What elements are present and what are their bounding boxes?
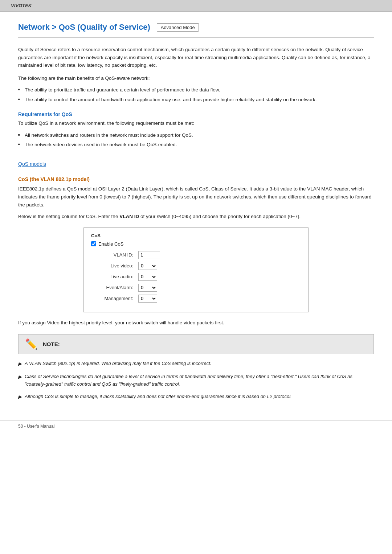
live-video-row: Live video: 01234567 — [91, 262, 301, 270]
qos-models-link[interactable]: QoS models — [18, 161, 46, 167]
benefits-intro: The following are the main benefits of a… — [18, 74, 374, 82]
cos-para1: IEEE802.1p defines a QoS model at OSI La… — [18, 185, 374, 209]
cos-settings-box: CoS Enable CoS VLAN ID: Live video: 0123… — [83, 227, 309, 312]
management-label: Management: — [91, 296, 138, 301]
page-header: VIVOTEK — [0, 0, 392, 12]
note-box: ✏️ NOTE: — [18, 334, 374, 354]
benefits-list: The ability to prioritize traffic and gu… — [18, 86, 374, 103]
event-alarm-label: Event/Alarm: — [91, 285, 138, 290]
footer-text: 50 - User's Manual — [18, 424, 54, 429]
cos-para2: Below is the setting column for CoS. Ent… — [18, 213, 374, 221]
list-item: All network switches and routers in the … — [18, 131, 374, 139]
live-video-select[interactable]: 01234567 — [138, 262, 157, 270]
advanced-mode-badge[interactable]: Advanced Mode — [157, 23, 199, 32]
note-label: NOTE: — [43, 341, 60, 347]
note-item-2: ▶ Class of Service technologies do not g… — [18, 373, 374, 388]
vlan-id-row: VLAN ID: — [91, 251, 301, 259]
enable-cos-label: Enable CoS — [98, 241, 123, 247]
event-alarm-select[interactable]: 01234567 — [138, 284, 157, 292]
note-arrow-icon: ▶ — [18, 360, 22, 368]
note-arrow-icon: ▶ — [18, 393, 22, 401]
brand-logo: VIVOTEK — [11, 3, 32, 8]
page-title: Network > QoS (Quality of Service) — [18, 22, 150, 32]
main-content: Network > QoS (Quality of Service) Advan… — [0, 12, 392, 420]
live-audio-select[interactable]: 01234567 — [138, 273, 157, 281]
requirements-list: All network switches and routers in the … — [18, 131, 374, 149]
note-text-1: A VLAN Switch (802.1p) is required. Web … — [25, 360, 211, 368]
intro-paragraph: Quality of Service refers to a resource … — [18, 46, 374, 69]
requirements-intro: To utilize QoS in a network environment,… — [18, 119, 374, 127]
vlan-id-input[interactable] — [138, 251, 160, 259]
vlan-id-label: VLAN ID: — [91, 252, 138, 258]
event-alarm-row: Event/Alarm: 01234567 — [91, 284, 301, 292]
highest-priority-text: If you assign Video the highest priority… — [18, 319, 374, 327]
cos-heading: CoS (the VLAN 802.1p model) — [18, 176, 374, 182]
cos-box-title: CoS — [91, 233, 301, 238]
cos-para2-before: Below is the setting column for CoS. Ent… — [18, 214, 119, 219]
live-audio-row: Live audio: 01234567 — [91, 273, 301, 281]
management-row: Management: 01234567 — [91, 295, 301, 303]
requirements-heading: Requirements for QoS — [18, 111, 374, 117]
management-select[interactable]: 01234567 — [138, 295, 157, 303]
list-item: The network video devices used in the ne… — [18, 141, 374, 149]
note-text-2: Class of Service technologies do not gua… — [25, 373, 374, 388]
page-footer: 50 - User's Manual — [0, 420, 392, 432]
enable-cos-row: Enable CoS — [91, 241, 301, 247]
note-item-3: ▶ Although CoS is simple to manage, it l… — [18, 393, 374, 401]
enable-cos-checkbox[interactable] — [91, 241, 96, 246]
live-video-label: Live video: — [91, 263, 138, 268]
note-arrow-icon: ▶ — [18, 373, 22, 381]
cos-para2-bold: VLAN ID — [119, 214, 139, 219]
list-item: The ability to control the amount of ban… — [18, 96, 374, 104]
note-item-1: ▶ A VLAN Switch (802.1p) is required. We… — [18, 360, 374, 368]
note-text-3: Although CoS is simple to manage, it lac… — [25, 393, 292, 401]
list-item: The ability to prioritize traffic and gu… — [18, 86, 374, 94]
note-icon: ✏️ — [25, 338, 38, 350]
live-audio-label: Live audio: — [91, 274, 138, 279]
cos-para2-after: of your switch (0~4095) and choose the p… — [139, 214, 301, 219]
page-title-row: Network > QoS (Quality of Service) Advan… — [18, 22, 374, 38]
